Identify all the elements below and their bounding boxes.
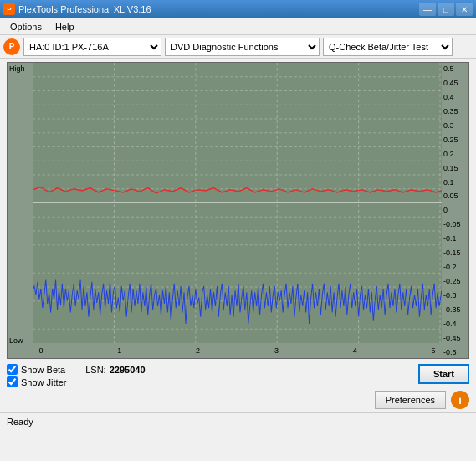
status-text: Ready (7, 417, 33, 427)
toolbar: P HA:0 ID:1 PX-716A DVD Diagnostic Funct… (0, 35, 476, 59)
window-controls: — □ ✕ (419, 3, 473, 16)
y-label-1: 0.45 (443, 79, 467, 87)
y-label-2: 0.4 (443, 93, 467, 101)
info-button[interactable]: i (451, 391, 469, 409)
y-label-18: -0.4 (443, 320, 467, 328)
chart-inner (33, 63, 442, 343)
x-label-1: 1 (111, 346, 128, 355)
app-icon-letter: P (7, 6, 11, 13)
y-label-8: 0.1 (443, 178, 467, 187)
status-bar: Ready (0, 412, 476, 429)
window-title: PlexTools Professional XL V3.16 (18, 4, 151, 14)
chart-high-label: High (9, 64, 25, 73)
close-button[interactable]: ✕ (456, 3, 473, 16)
y-label-4: 0.3 (443, 121, 467, 130)
y-label-11: -0.05 (443, 220, 467, 228)
x-label-5: 5 (425, 346, 442, 355)
start-button-container: Start (418, 364, 469, 384)
preferences-row: Preferences i (7, 391, 469, 409)
title-bar: P PlexTools Professional XL V3.16 — □ ✕ (0, 0, 476, 18)
show-beta-row: Show Beta LSN: 2295040 (7, 364, 146, 375)
minimize-button[interactable]: — (419, 3, 436, 16)
start-button[interactable]: Start (418, 364, 469, 384)
menu-bar: Options Help (0, 18, 476, 35)
menu-help[interactable]: Help (49, 20, 81, 33)
chart-svg (33, 63, 442, 343)
y-label-12: -0.1 (443, 234, 467, 243)
toolbar-app-icon: P (3, 38, 20, 55)
y-label-20: -0.5 (443, 348, 467, 356)
chart-x-axis: 0 1 2 3 4 5 (33, 343, 442, 358)
left-controls: Show Beta LSN: 2295040 Show Jitter (7, 364, 146, 387)
app-icon: P (3, 3, 15, 15)
y-label-19: -0.45 (443, 334, 467, 342)
function-select[interactable]: DVD Diagnostic Functions (165, 38, 320, 56)
title-bar-left: P PlexTools Professional XL V3.16 (3, 3, 151, 15)
y-label-5: 0.25 (443, 136, 467, 144)
y-label-10: 0 (443, 206, 467, 214)
y-label-14: -0.2 (443, 263, 467, 271)
show-beta-label[interactable]: Show Beta (21, 365, 65, 375)
lsn-value: 2295040 (110, 365, 146, 375)
show-jitter-row: Show Jitter (7, 376, 146, 387)
y-label-17: -0.35 (443, 305, 467, 314)
bottom-controls: Show Beta LSN: 2295040 Show Jitter Start… (0, 359, 476, 412)
test-select[interactable]: Q-Check Beta/Jitter Test (323, 38, 453, 56)
y-label-3: 0.35 (443, 107, 467, 115)
preferences-button[interactable]: Preferences (375, 391, 446, 409)
maximize-button[interactable]: □ (438, 3, 454, 16)
lsn-label: LSN: (85, 365, 105, 375)
x-label-0: 0 (33, 346, 49, 355)
chart-y-right-axis: 0.5 0.45 0.4 0.35 0.3 0.25 0.2 0.15 0.1 … (442, 63, 468, 358)
x-label-2: 2 (190, 346, 207, 355)
chart-area: High Low 0.5 0.45 0.4 0.35 0.3 0.25 0.2 … (7, 62, 469, 359)
y-label-0: 0.5 (443, 64, 467, 73)
show-jitter-checkbox[interactable] (7, 376, 18, 387)
y-label-7: 0.15 (443, 164, 467, 172)
y-label-9: 0.05 (443, 192, 467, 200)
y-label-13: -0.15 (443, 248, 467, 257)
show-beta-checkbox[interactable] (7, 364, 18, 375)
y-label-15: -0.25 (443, 277, 467, 285)
show-jitter-label[interactable]: Show Jitter (21, 377, 66, 387)
drive-select[interactable]: HA:0 ID:1 PX-716A (23, 38, 161, 56)
x-label-3: 3 (268, 346, 284, 355)
x-label-4: 4 (346, 346, 363, 355)
y-label-16: -0.3 (443, 291, 467, 300)
y-label-6: 0.2 (443, 150, 467, 158)
chart-low-label: Low (9, 336, 23, 345)
menu-options[interactable]: Options (3, 20, 49, 33)
